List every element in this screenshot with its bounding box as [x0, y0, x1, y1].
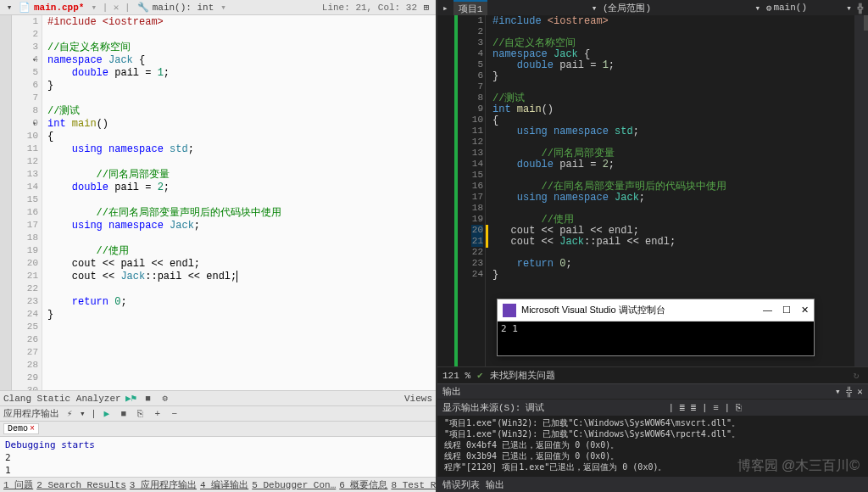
vs-scrollbar[interactable] [854, 15, 868, 366]
minimize-icon[interactable]: — [763, 305, 772, 316]
bottom-tab-bar: 1 问题 2 Search Results 3 应用程序输出 4 编译输出 5 … [0, 477, 436, 492]
bottom-tab[interactable]: 1 问题 [3, 478, 33, 491]
bottom-tab[interactable]: 3 应用程序输出 [130, 478, 197, 491]
loop-icon[interactable]: ↻ [849, 369, 863, 383]
bottom-tab[interactable]: 5 Debugger Con… [252, 480, 336, 490]
watermark: 博客园 @木三百川© [737, 457, 860, 475]
filter-icon[interactable]: ⚡ [63, 407, 76, 421]
left-ide: ▾ 📄 main.cpp* ▾ | ✕ | 🔧 main(): int ▾ Li… [0, 0, 437, 492]
run-icon[interactable]: ▶ [100, 407, 114, 421]
project-tab[interactable]: 项目1 [453, 0, 488, 16]
margin-strip [0, 15, 12, 390]
output-toolbar: 应用程序输出 ⚡ ▾ | ▶ ■ ⎘ + − [0, 405, 436, 421]
check-icon: ✔ [477, 370, 483, 381]
console-title: Microsoft Visual Studio 调试控制台 [521, 304, 665, 316]
demo-tab[interactable]: Demo× [3, 423, 39, 434]
line-gutter: 1234▾56789▾10111213141516171819202122232… [12, 15, 42, 390]
split-icon[interactable]: ⊞ [420, 2, 432, 14]
file-tab[interactable]: main.cpp* [34, 3, 84, 13]
vs-crumb-bar: ▸ 项目1 ▾ (全局范围) ▾ ⚙ main() ▾ ╬ [437, 0, 868, 15]
cpp-file-icon: 📄 [19, 2, 31, 14]
code-area[interactable]: #include <iostream> //自定义名称空间 namespace … [42, 15, 436, 390]
func-crumb[interactable]: main() [773, 3, 807, 13]
bottom-tab[interactable]: 8 Test Results [391, 480, 436, 490]
bottom-tab[interactable]: 错误列表 输出 [442, 478, 504, 491]
issues-label: 未找到相关问题 [490, 369, 555, 382]
right-ide: ▸ 项目1 ▾ (全局范围) ▾ ⚙ main() ▾ ╬ 1234567891… [437, 0, 868, 492]
output-tab-row: Demo× [0, 421, 436, 436]
settings-icon[interactable]: ⚙ [159, 392, 172, 405]
left-editor[interactable]: 1234▾56789▾10111213141516171819202122232… [0, 15, 436, 390]
dropdown-icon[interactable]: ▾ [3, 2, 15, 14]
close-icon[interactable]: × [30, 424, 35, 433]
console-body: 2 1 [498, 321, 814, 355]
output-header: 输出 ▾ ╬ ✕ [437, 383, 868, 399]
console-titlebar[interactable]: Microsoft Visual Studio 调试控制台 — ☐ ✕ [498, 299, 814, 321]
bottom-tab[interactable]: 6 概要信息 [339, 478, 387, 491]
maximize-icon[interactable]: ☐ [782, 305, 791, 316]
attach-icon[interactable]: ⎘ [134, 407, 147, 421]
vs-icon [503, 304, 516, 317]
output-title: 输出 [442, 385, 461, 398]
line-col: Line: 21, Col: 32 [322, 3, 417, 13]
output-toolbar: 显示输出来源(S): 调试 | ≣ ≣ | ≡ | ⎘ [437, 399, 868, 416]
debug-console-window[interactable]: Microsoft Visual Studio 调试控制台 — ☐ ✕ 2 1 [497, 299, 815, 356]
bottom-tab[interactable]: 4 编译输出 [200, 478, 248, 491]
output-pane: Debugging starts 2 1 Debugging has finis… [0, 436, 436, 477]
zoom-level[interactable]: 121 % [442, 371, 470, 381]
stop-icon[interactable]: ■ [117, 407, 131, 421]
vs-line-gutter: 123456789101112131415161718192021222324 [471, 15, 485, 366]
vs-status-bar: 121 % ✔ 未找到相关问题 ↻ [437, 366, 868, 383]
output-source-dropdown[interactable]: 调试 [526, 401, 544, 414]
analyzer-toolbar: Clang Static Analyzer ▶⚑ ■ ⚙ Views [0, 390, 436, 405]
minus-icon[interactable]: − [168, 407, 181, 421]
plus-icon[interactable]: + [151, 407, 164, 421]
func-icon: 🔧 [137, 2, 149, 14]
output-head-label: 应用程序输出 [3, 407, 59, 420]
bottom-tab[interactable]: 2 Search Results [36, 480, 126, 490]
views-label[interactable]: Views [404, 394, 432, 404]
run-analyzer-icon[interactable]: ▶⚑ [125, 392, 138, 405]
stop-analyzer-icon[interactable]: ■ [142, 392, 155, 405]
left-tab-bar: ▾ 📄 main.cpp* ▾ | ✕ | 🔧 main(): int ▾ Li… [0, 0, 436, 15]
scope-dropdown[interactable]: (全局范围) [603, 3, 651, 14]
close-icon[interactable]: ✕ [801, 305, 809, 316]
function-breadcrumb[interactable]: main(): int [153, 3, 214, 13]
vs-bottom-tabs: 错误列表 输出 [437, 477, 868, 492]
source-label: 显示输出来源(S): [442, 401, 520, 414]
analyzer-label[interactable]: Clang Static Analyzer [3, 394, 121, 404]
